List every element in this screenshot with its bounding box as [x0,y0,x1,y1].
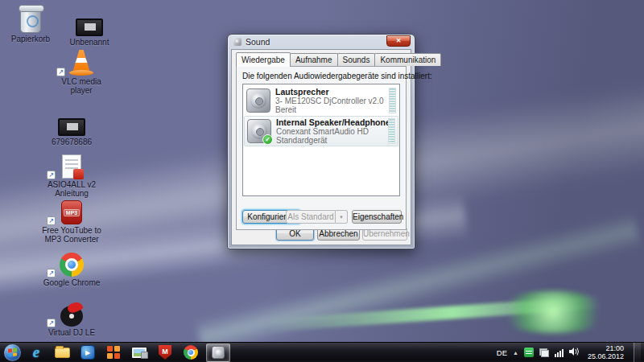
dialog-client-area: Die folgenden Audiowiedergabegeräte sind… [231,49,411,245]
playback-tab-panel: Die folgenden Audiowiedergabegeräte sind… [236,66,407,230]
internet-explorer-icon: e [33,345,39,360]
show-hidden-icons-arrow[interactable]: ▲ [513,350,518,356]
instruction-text: Die folgenden Audiowiedergabegeräte sind… [242,72,432,80]
tab-sounds[interactable]: Sounds [337,53,376,66]
desktop-icon-unbenannt[interactable]: Unbenannt [60,7,119,47]
shortcut-arrow-icon: ↗ [47,216,56,225]
device-description: Conexant SmartAudio HD [276,127,388,136]
image-file-icon [58,118,85,136]
taskbar-item-chrome[interactable] [180,343,201,362]
speaker-device-icon: ✓ [247,119,271,143]
desktop-icon-asio4all[interactable]: ↗ ASIO4ALL v2 Anleitung [42,150,101,198]
tab-wiedergabe[interactable]: Wiedergabe [236,52,291,67]
device-row-internal-speaker[interactable]: ✓ Internal Speaker/Headphone Conexant Sm… [244,116,398,146]
network-signal-icon[interactable] [555,348,564,357]
tray-app-icon[interactable] [524,348,534,357]
mp3-file-icon: MP3 [61,200,82,224]
set-default-dropdown-icon[interactable]: ▼ [336,210,348,224]
chrome-icon [60,253,84,277]
windows-logo-icon [8,348,17,356]
desktop-icon-label: 679678686 [42,138,101,146]
desktop-icon-recycle-bin[interactable]: Papierkorb [1,4,60,43]
default-device-check-icon: ✓ [262,134,273,145]
desktop-icon-mp3-converter[interactable]: MP3 ↗ Free YouTube to MP3 Converter [42,195,101,244]
pdf-document-icon [62,154,81,179]
device-row-lautsprecher[interactable]: Lautsprecher 3- ME120SC DjController v2.… [244,85,398,116]
volume-meter [389,88,396,113]
desktop-icon-label: Papierkorb [1,35,60,43]
close-button[interactable]: ✕ [386,35,411,47]
desktop-icon-label: VLC media player [52,77,111,95]
system-tray: DE ▲ 21:00 25.06.2012 [497,343,644,362]
taskbar-item-mcafee[interactable]: M [155,343,175,362]
sound-dialog-window: Sound ✕ Die folgenden Audiowiedergabeger… [227,34,415,249]
tab-kommunikation[interactable]: Kommunikation [374,53,441,66]
shortcut-arrow-icon: ↗ [47,171,56,179]
folder-icon [55,348,70,358]
language-indicator[interactable]: DE [497,348,507,357]
device-status: Bereit [275,105,389,114]
taskbar-item-explorer[interactable] [52,343,72,362]
action-center-icon[interactable] [539,348,549,357]
office-icon [107,346,120,359]
taskbar-item-media-player[interactable]: ▶ [77,343,98,362]
sound-window-icon [233,38,242,46]
desktop-icon-label: Virtual DJ LE [42,328,101,337]
desktop-icon-google-chrome[interactable]: ↗ Google Chrome [42,248,101,287]
recycle-bin-icon [20,7,41,33]
properties-button[interactable]: Eigenschaften [352,210,402,224]
desktop-icon-label: Unbenannt [60,38,119,47]
mcafee-shield-icon: M [159,345,171,360]
clock[interactable]: 21:00 25.06.2012 [585,344,624,360]
taskbar: e ▶ M DE ▲ 21:00 25.06.2012 [0,342,644,362]
tray-time: 21:00 [588,344,624,352]
window-title: Sound [246,37,270,47]
pdf-badge-icon [73,169,84,179]
sound-icon [212,346,225,359]
device-description: 3- ME120SC DjController v2.0 [275,97,389,105]
vlc-cone-icon [69,50,93,76]
taskbar-item-internet-explorer[interactable]: e [26,343,47,362]
photo-gallery-icon [132,348,147,358]
desktop-icon-vlc[interactable]: ↗ VLC media player [52,47,111,95]
virtual-dj-icon [60,306,83,327]
tray-date: 25.06.2012 [588,352,624,360]
set-default-split-button[interactable]: Als Standard ▼ [286,210,348,224]
shortcut-arrow-icon: ↗ [47,319,56,327]
desktop-icon-label: Google Chrome [42,278,101,287]
taskbar-item-sound-active[interactable] [206,343,230,362]
device-status: Standardgerät [276,136,388,145]
taskbar-item-photo-gallery[interactable] [129,343,150,362]
taskbar-item-office[interactable] [103,343,124,362]
playback-device-list[interactable]: Lautsprecher 3- ME120SC DjController v2.… [242,84,400,196]
volume-meter [388,118,395,144]
speaker-device-icon [246,88,270,113]
shortcut-arrow-icon: ↗ [56,68,65,76]
chrome-icon [184,345,198,360]
device-name: Lautsprecher [275,87,389,97]
volume-icon[interactable] [569,345,580,360]
start-button[interactable] [4,344,21,361]
desktop-icon-label: Free YouTube to MP3 Converter [42,226,101,244]
tab-aufnahme[interactable]: Aufnahme [290,53,338,66]
tab-strip: Wiedergabe Aufnahme Sounds Kommunikation [236,53,440,67]
media-player-icon: ▶ [80,345,95,360]
set-default-button[interactable]: Als Standard [286,210,336,224]
image-file-icon [76,19,103,36]
device-name: Internal Speaker/Headphone [276,117,388,127]
shortcut-arrow-icon: ↗ [47,269,56,278]
show-desktop-button[interactable] [634,343,641,362]
desktop-icon-virtual-dj[interactable]: ↗ Virtual DJ LE [42,298,101,337]
desktop-icon-679678686[interactable]: 679678686 [42,107,101,146]
